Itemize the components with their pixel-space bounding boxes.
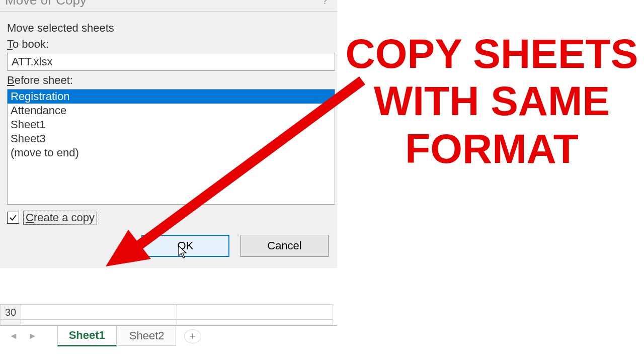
to-book-dropdown[interactable]: ATT.xlsx <box>7 53 335 71</box>
annotation-line: FORMAT <box>340 125 644 172</box>
row-header[interactable] <box>0 319 21 325</box>
before-sheet-listbox[interactable]: Registration Attendance Sheet1 Sheet3 (m… <box>7 89 335 205</box>
grid-row <box>0 319 337 325</box>
before-sheet-label: Before sheet: <box>7 74 337 87</box>
annotation-line: COPY SHEETS <box>340 30 644 77</box>
checkmark-icon <box>9 213 18 222</box>
grid-cell[interactable] <box>21 319 177 325</box>
list-item[interactable]: Registration <box>8 89 335 104</box>
list-item[interactable]: (move to end) <box>8 146 335 160</box>
dialog-title-text: Move or Copy <box>5 0 87 8</box>
tab-nav-prev-icon[interactable]: ◄ <box>4 331 23 341</box>
sheet-tab[interactable]: Sheet2 <box>118 326 176 346</box>
grid-row: 30 <box>0 304 337 319</box>
list-item[interactable]: Attendance <box>8 104 335 118</box>
ok-button[interactable]: OK <box>141 235 229 257</box>
list-item[interactable]: Sheet3 <box>8 132 335 146</box>
to-book-label: To book: <box>7 38 337 51</box>
create-copy-label: Create a copy <box>23 211 97 225</box>
sheet-tab[interactable]: Sheet1 <box>57 326 117 346</box>
create-copy-checkbox[interactable] <box>7 212 19 224</box>
move-or-copy-dialog: Move or Copy ? Move selected sheets To b… <box>0 0 337 268</box>
row-header[interactable]: 30 <box>0 304 21 319</box>
grid-cell[interactable] <box>177 319 333 325</box>
worksheet-area: 30 ◄ ► Sheet1 Sheet2 + <box>0 304 337 346</box>
grid-cell[interactable] <box>177 304 333 319</box>
tab-nav-next-icon[interactable]: ► <box>23 331 42 341</box>
sheet-tab-strip: ◄ ► Sheet1 Sheet2 + <box>0 325 337 346</box>
dialog-body: Move selected sheets To book: ATT.xlsx B… <box>0 12 337 268</box>
dialog-titlebar: Move or Copy ? <box>0 0 337 12</box>
create-copy-row[interactable]: Create a copy <box>7 211 337 225</box>
dialog-button-row: OK Cancel <box>133 235 337 257</box>
grid-cell[interactable] <box>21 304 177 319</box>
annotation-text: COPY SHEETS WITH SAME FORMAT <box>340 30 644 172</box>
move-selected-label: Move selected sheets <box>7 22 337 35</box>
annotation-line: WITH SAME <box>340 77 644 125</box>
help-icon[interactable]: ? <box>322 0 332 7</box>
add-sheet-button[interactable]: + <box>184 329 201 343</box>
list-item[interactable]: Sheet1 <box>8 118 335 132</box>
cancel-button[interactable]: Cancel <box>240 235 329 257</box>
